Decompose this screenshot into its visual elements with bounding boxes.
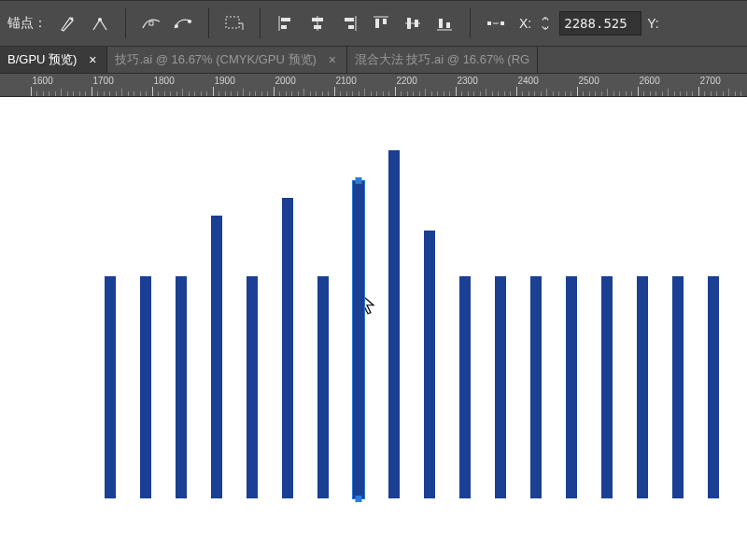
align-vcenter-icon[interactable] <box>399 9 427 37</box>
svg-rect-10 <box>312 18 323 21</box>
bbox-icon[interactable] <box>220 9 248 37</box>
shape-bar[interactable] <box>530 276 542 498</box>
svg-rect-17 <box>383 19 387 24</box>
tab-label: 混合大法 技巧.ai @ 16.67% (RG <box>355 51 529 68</box>
shape-bar[interactable] <box>495 276 506 498</box>
anchor-label: 锚点： <box>7 15 47 32</box>
align-hcenter-icon[interactable] <box>303 9 331 37</box>
shape-bar[interactable] <box>176 276 187 498</box>
shape-bar[interactable] <box>601 276 613 498</box>
svg-rect-24 <box>487 21 491 25</box>
svg-point-4 <box>188 20 191 23</box>
svg-rect-26 <box>500 21 504 25</box>
options-bar: 锚点： X: Y: <box>0 0 747 47</box>
shape-bar[interactable] <box>424 231 435 498</box>
shape-bar[interactable] <box>459 276 471 498</box>
shape-bar[interactable] <box>708 276 719 498</box>
svg-rect-13 <box>345 18 354 21</box>
document-tab[interactable]: B/GPU 预览)× <box>0 47 107 73</box>
shape-bar[interactable] <box>247 276 258 498</box>
align-left-icon[interactable] <box>272 9 300 37</box>
shape-bar[interactable] <box>388 150 400 498</box>
svg-rect-5 <box>226 17 239 28</box>
svg-rect-14 <box>348 25 354 29</box>
tab-label: B/GPU 预览) <box>7 51 77 68</box>
shape-bar[interactable] <box>140 276 151 498</box>
shape-bar[interactable] <box>282 198 293 498</box>
svg-point-1 <box>98 18 102 21</box>
anchor-corner-icon[interactable] <box>86 9 114 37</box>
align-bottom-icon[interactable] <box>430 9 458 37</box>
svg-rect-16 <box>375 19 379 28</box>
separator <box>260 8 261 38</box>
shape-bar[interactable] <box>317 276 329 498</box>
svg-rect-19 <box>407 18 411 29</box>
shape-bar[interactable] <box>211 216 222 498</box>
shape-bar[interactable] <box>566 276 577 498</box>
svg-rect-7 <box>281 18 290 21</box>
document-tab[interactable]: 混合大法 技巧.ai @ 16.67% (RG <box>347 47 538 73</box>
shape-bar[interactable] <box>105 276 116 498</box>
ruler-label: 1800 <box>154 76 175 86</box>
separator <box>125 8 126 38</box>
cut-path-icon[interactable] <box>137 9 165 37</box>
shape-bar[interactable] <box>672 276 684 498</box>
x-input[interactable] <box>559 11 641 35</box>
svg-rect-2 <box>149 21 153 25</box>
shape-bar[interactable] <box>353 181 364 498</box>
svg-rect-22 <box>439 19 443 28</box>
close-icon[interactable]: × <box>86 53 99 66</box>
shape-bar[interactable] <box>637 276 648 498</box>
ruler-label: 2100 <box>336 76 357 86</box>
y-label: Y: <box>647 16 658 31</box>
distribute-icon[interactable] <box>482 9 510 37</box>
x-label: X: <box>519 16 531 31</box>
artboard-canvas[interactable] <box>0 97 747 560</box>
separator <box>208 8 209 38</box>
join-path-icon[interactable] <box>169 9 197 37</box>
ruler-label: 2000 <box>275 76 296 86</box>
svg-rect-20 <box>415 20 418 27</box>
ruler-label: 2700 <box>700 76 721 86</box>
link-xy-icon[interactable] <box>537 9 554 37</box>
align-right-icon[interactable] <box>335 9 363 37</box>
horizontal-ruler[interactable]: 1600170018001900200021002200230024002500… <box>0 74 747 97</box>
close-icon[interactable]: × <box>326 53 339 66</box>
pen-convert-icon[interactable] <box>54 9 82 37</box>
svg-rect-11 <box>314 25 321 29</box>
tab-label: 技巧.ai @ 16.67% (CMYK/GPU 预览) <box>115 51 316 68</box>
svg-point-3 <box>175 24 178 28</box>
svg-rect-8 <box>281 25 287 29</box>
document-tab[interactable]: 技巧.ai @ 16.67% (CMYK/GPU 预览)× <box>107 47 346 73</box>
ruler-label: 1900 <box>215 76 235 86</box>
ruler-label: 2200 <box>397 76 417 86</box>
separator <box>470 8 471 38</box>
ruler-label: 1700 <box>93 76 114 86</box>
document-tabs: B/GPU 预览)×技巧.ai @ 16.67% (CMYK/GPU 预览)×混… <box>0 47 747 74</box>
svg-rect-23 <box>446 22 450 28</box>
align-top-icon[interactable] <box>367 9 395 37</box>
ruler-label: 2400 <box>518 76 539 86</box>
ruler-label: 2600 <box>640 76 660 86</box>
ruler-label: 2300 <box>458 76 478 86</box>
ruler-label: 1600 <box>33 76 53 86</box>
svg-point-0 <box>71 18 74 21</box>
ruler-label: 2500 <box>579 76 599 86</box>
